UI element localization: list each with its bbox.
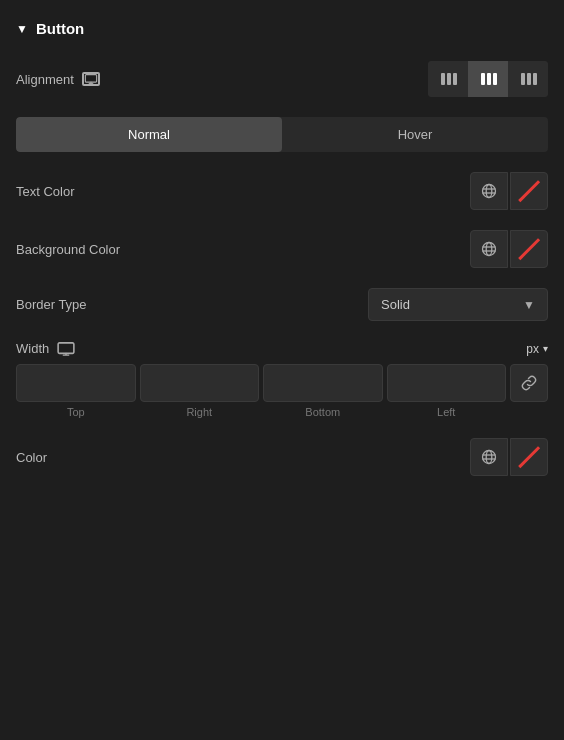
border-type-row: Border Type Solid ▼ <box>16 288 548 321</box>
monitor-icon <box>82 72 100 86</box>
svg-rect-1 <box>441 73 445 85</box>
width-right-input[interactable] <box>140 364 260 402</box>
color-picker <box>470 438 548 476</box>
unit-chevron-icon: ▾ <box>543 343 548 354</box>
svg-point-10 <box>483 185 496 198</box>
svg-point-19 <box>483 451 496 464</box>
bg-color-swatch-button[interactable] <box>510 230 548 268</box>
svg-rect-8 <box>527 73 531 85</box>
background-color-row: Background Color <box>16 230 548 268</box>
svg-rect-9 <box>533 73 537 85</box>
bg-color-slash-icon <box>515 235 543 263</box>
bg-color-global-button[interactable] <box>470 230 508 268</box>
color-global-button[interactable] <box>470 438 508 476</box>
width-bottom-input[interactable] <box>263 364 383 402</box>
width-label: Width <box>16 341 49 356</box>
text-color-row: Text Color <box>16 172 548 210</box>
text-color-global-button[interactable] <box>470 172 508 210</box>
color-label: Color <box>16 450 47 465</box>
width-top-input[interactable] <box>16 364 136 402</box>
unit-value: px <box>526 342 539 356</box>
alignment-label-group: Alignment <box>16 72 100 87</box>
chevron-icon[interactable]: ▼ <box>16 22 28 36</box>
text-color-slash-icon <box>515 177 543 205</box>
state-tabs: Normal Hover <box>16 117 548 152</box>
section-title: Button <box>36 20 84 37</box>
width-left-input[interactable] <box>387 364 507 402</box>
width-row: Width px ▾ <box>16 341 548 356</box>
width-bottom-label: Bottom <box>263 406 383 418</box>
width-labels-group: Top Right Bottom Left <box>16 406 548 418</box>
width-top-label: Top <box>16 406 136 418</box>
align-left-button[interactable] <box>428 61 468 97</box>
text-color-swatch-button[interactable] <box>510 172 548 210</box>
svg-rect-0 <box>85 75 96 83</box>
text-color-picker <box>470 172 548 210</box>
dropdown-arrow-icon: ▼ <box>523 298 535 312</box>
color-slash-icon <box>515 443 543 471</box>
color-row: Color <box>16 438 548 476</box>
svg-point-15 <box>486 243 492 256</box>
width-inputs-group <box>16 364 548 402</box>
background-color-picker <box>470 230 548 268</box>
text-color-label: Text Color <box>16 184 75 199</box>
unit-selector[interactable]: px ▾ <box>526 342 548 356</box>
width-link-label <box>510 406 548 418</box>
svg-point-20 <box>486 451 492 464</box>
border-type-label: Border Type <box>16 297 87 312</box>
section-header: ▼ Button <box>16 20 548 37</box>
color-swatch-button[interactable] <box>510 438 548 476</box>
width-left-label: Left <box>387 406 507 418</box>
background-color-label: Background Color <box>16 242 120 257</box>
align-right-button[interactable] <box>508 61 548 97</box>
svg-rect-3 <box>453 73 457 85</box>
svg-point-11 <box>486 185 492 198</box>
svg-point-14 <box>483 243 496 256</box>
width-monitor-icon <box>57 342 75 356</box>
tab-hover[interactable]: Hover <box>282 117 548 152</box>
width-right-label: Right <box>140 406 260 418</box>
svg-rect-6 <box>493 73 497 85</box>
svg-rect-5 <box>487 73 491 85</box>
svg-rect-4 <box>481 73 485 85</box>
svg-rect-2 <box>447 73 451 85</box>
tab-normal[interactable]: Normal <box>16 117 282 152</box>
border-type-dropdown[interactable]: Solid ▼ <box>368 288 548 321</box>
align-center-button[interactable] <box>468 61 508 97</box>
svg-rect-18 <box>58 342 74 353</box>
border-type-value: Solid <box>381 297 410 312</box>
alignment-label: Alignment <box>16 72 74 87</box>
link-values-button[interactable] <box>510 364 548 402</box>
svg-rect-7 <box>521 73 525 85</box>
width-label-group: Width <box>16 341 75 356</box>
alignment-row: Alignment <box>16 61 548 97</box>
alignment-buttons <box>428 61 548 97</box>
